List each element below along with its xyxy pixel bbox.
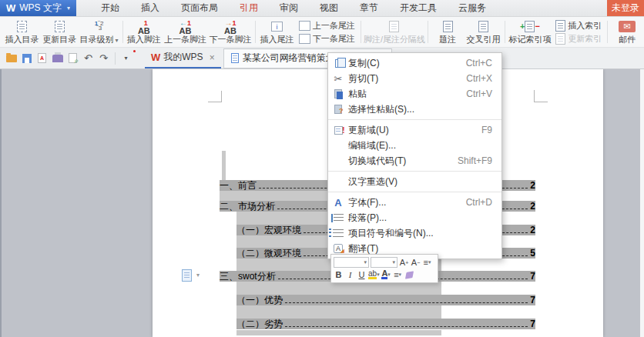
menu-item-copy[interactable]: 复制(C) Ctrl+C	[328, 55, 501, 71]
ribbon-separator	[361, 21, 361, 43]
caption-button[interactable]: 题注	[431, 17, 465, 47]
ribbon-references: 插入目录 更新目录 1‾2 ‾3 目录级别▾ 1AB 插入脚注 ←1AB 上一条…	[0, 17, 644, 48]
wps-home-icon: W	[151, 52, 160, 63]
chevron-down-icon: ▾	[392, 259, 397, 265]
menu-tab-bar: 开始 插入 页面布局 引用 审阅 视图 章节 开发工具 云服务	[90, 0, 497, 16]
menu-tab-view[interactable]: 视图	[309, 0, 349, 16]
selection-highlight	[222, 151, 226, 180]
highlight-color-button[interactable]: ab▾	[368, 270, 380, 279]
print-icon[interactable]	[50, 52, 65, 65]
next-endnote-button[interactable]: 下一条尾注	[299, 33, 355, 45]
chevron-down-icon: ▾	[364, 259, 368, 265]
caption-icon	[443, 19, 453, 33]
chevron-down-icon: ▾	[67, 5, 70, 12]
italic-button[interactable]: I	[345, 270, 355, 279]
insert-index-button[interactable]: 插入索引	[555, 20, 602, 32]
menu-item-edit-field[interactable]: 编辑域(E)...	[328, 138, 501, 153]
font-name-dropdown[interactable]: ▾	[334, 257, 369, 268]
close-icon[interactable]: ×	[210, 52, 215, 63]
update-toc-icon	[55, 19, 65, 33]
toc-entry[interactable]: （一）优势7	[236, 295, 535, 305]
menu-item-toggle-field-codes[interactable]: 切换域代码(T) Shift+F9	[328, 153, 501, 168]
ribbon-separator	[428, 21, 428, 43]
next-footnote-button[interactable]: →1AB 下一条脚注	[208, 17, 253, 47]
menu-tab-insert[interactable]: 插入	[130, 0, 170, 16]
insert-toc-icon	[17, 19, 27, 33]
menu-item-hanzi-reselect[interactable]: 汉字重选(V)	[328, 174, 501, 189]
mark-index-entry-button[interactable]: +− 标记索引项	[508, 17, 552, 47]
index-group: 插入索引 更新索引	[552, 17, 605, 47]
mail-button[interactable]: ✉ 邮件	[610, 17, 644, 47]
toc-level-button[interactable]: 1‾2 ‾3 目录级别▾	[79, 17, 120, 47]
document-icon	[231, 53, 239, 63]
translate-icon: A	[328, 244, 348, 253]
customize-quickbar-icon[interactable]: ▾	[119, 52, 133, 65]
borders-button[interactable]: ≡▾	[393, 270, 403, 279]
cross-reference-button[interactable]: 交叉引用	[465, 17, 502, 47]
font-color-button[interactable]: A▾	[381, 270, 391, 279]
menu-item-bullets-numbering[interactable]: 项目符号和编号(N)...	[328, 225, 501, 241]
selection-highlight	[236, 305, 441, 319]
wps-writer-window: W WPS 文字 ▾ 开始 插入 页面布局 引用 审阅 视图 章节 开发工具 云…	[0, 0, 644, 337]
tab-my-wps[interactable]: W 我的WPS ×	[145, 48, 221, 68]
menu-item-update-field[interactable]: 更新域(U) F9	[328, 122, 501, 138]
paste-special-icon	[328, 105, 348, 114]
decrease-font-button[interactable]: A−	[411, 258, 421, 267]
undo-icon[interactable]: ↶	[81, 52, 96, 65]
insert-endnote-icon: i	[271, 19, 283, 33]
mark-index-icon: +−	[520, 19, 540, 33]
login-button[interactable]: 未登录	[607, 0, 644, 16]
line-spacing-button[interactable]: ≡▾	[422, 258, 432, 267]
update-index-button: 更新索引	[555, 33, 602, 45]
increase-font-button[interactable]: A+	[399, 258, 409, 267]
wps-logo-icon: W	[6, 2, 15, 14]
underline-button[interactable]: U	[357, 270, 367, 279]
menu-item-paste[interactable]: 粘贴 Ctrl+V	[328, 86, 501, 102]
menu-tab-cloud[interactable]: 云服务	[448, 0, 497, 16]
footnote-separator-line-button: 脚注/尾注分隔线	[364, 17, 426, 47]
update-toc-button[interactable]: 更新目录	[41, 17, 79, 47]
menu-tab-review[interactable]: 审阅	[269, 0, 309, 16]
update-index-icon	[555, 33, 565, 45]
next-endnote-icon	[299, 34, 310, 44]
previous-endnote-icon	[299, 21, 310, 31]
print-preview-icon[interactable]	[65, 52, 80, 65]
redo-icon[interactable]: ↷	[96, 52, 111, 65]
scrollbar[interactable]	[640, 69, 644, 337]
insert-toc-button[interactable]: 插入目录	[3, 17, 41, 47]
ribbon-separator	[122, 21, 123, 43]
previous-footnote-button[interactable]: ←1AB 上一条脚注	[163, 17, 207, 47]
export-pdf-icon[interactable]: A	[35, 52, 49, 65]
dotted-leader	[285, 297, 528, 303]
menu-tab-page-layout[interactable]: 页面布局	[170, 0, 229, 16]
font-size-dropdown[interactable]: ▾	[371, 257, 397, 268]
menu-item-paragraph[interactable]: 段落(P)...	[328, 210, 501, 225]
menu-item-paste-special[interactable]: 选择性粘贴(S)...	[328, 102, 501, 117]
insert-footnote-button[interactable]: 1AB 插入脚注	[125, 17, 163, 47]
bold-button[interactable]: B	[334, 270, 344, 279]
margin-crop-mark	[208, 91, 222, 102]
previous-endnote-button[interactable]: 上一条尾注	[299, 20, 355, 32]
save-icon[interactable]	[19, 52, 34, 65]
chevron-down-icon: ▾	[116, 37, 119, 44]
mini-format-toolbar: ▾ ▾ A+ A− ≡▾ B I U ab▾ A▾ ≡▾	[330, 254, 438, 283]
toc-entry[interactable]: （二）劣势7	[236, 319, 535, 329]
context-menu: 复制(C) Ctrl+C ✂ 剪切(T) Ctrl+X 粘贴 Ctrl+V 选择…	[327, 52, 502, 259]
cross-reference-icon	[478, 19, 488, 33]
menu-item-font[interactable]: A 字体(F)... Ctrl+D	[328, 195, 501, 210]
next-footnote-icon: →1AB	[224, 19, 236, 33]
wps-logo-button[interactable]: W WPS 文字 ▾	[0, 0, 76, 16]
menu-tab-references[interactable]: 引用	[229, 0, 269, 16]
format-painter-icon[interactable]	[404, 272, 414, 279]
insert-endnote-button[interactable]: i 插入尾注	[258, 17, 296, 47]
endnote-nav-group: 上一条尾注 下一条尾注	[296, 17, 358, 47]
menu-tab-developer[interactable]: 开发工具	[389, 0, 448, 16]
menu-tab-home[interactable]: 开始	[90, 0, 130, 16]
open-file-icon[interactable]	[4, 52, 18, 65]
font-icon: A	[328, 197, 348, 209]
menu-tab-section[interactable]: 章节	[349, 0, 389, 16]
chevron-down-icon[interactable]: ▾	[196, 272, 200, 279]
menu-item-cut[interactable]: ✂ 剪切(T) Ctrl+X	[328, 71, 501, 86]
selection-highlight	[236, 330, 441, 335]
page-navigation-icon[interactable]	[182, 269, 192, 282]
